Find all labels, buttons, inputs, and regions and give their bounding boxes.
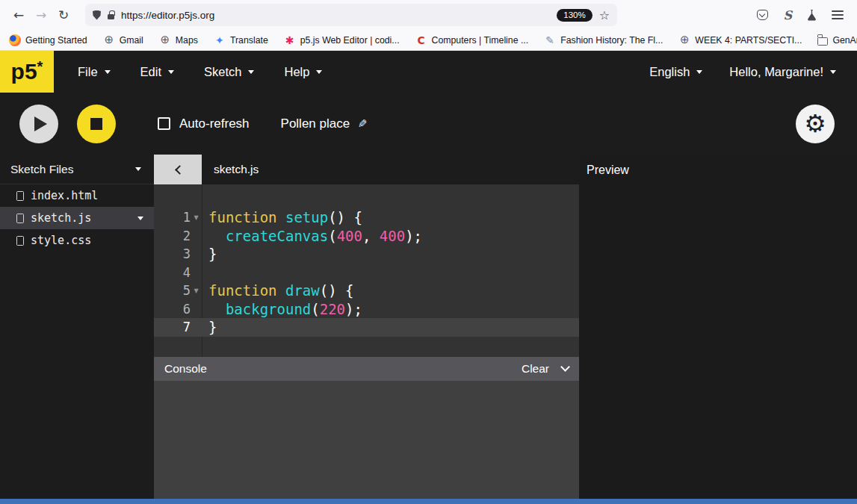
code-text: background(220);: [202, 301, 362, 317]
bookmark-item[interactable]: Translate: [214, 34, 268, 46]
pencil-fav-icon: [544, 34, 556, 46]
code-line[interactable]: 2 createCanvas(400, 400);: [154, 227, 579, 246]
screen: https://editor.p5js.org 130% Getting Sta…: [0, 0, 857, 504]
code-line[interactable]: 3}: [154, 245, 579, 264]
menu-file[interactable]: File: [78, 65, 111, 79]
play-icon: [34, 116, 47, 131]
menu-edit-label: Edit: [140, 65, 161, 79]
language-menu[interactable]: English: [649, 65, 702, 79]
bookmark-item[interactable]: Maps: [159, 34, 198, 46]
zoom-level-badge[interactable]: 130%: [557, 9, 592, 22]
file-item-index-html[interactable]: index.html: [0, 184, 154, 207]
tracking-shield-icon[interactable]: [93, 10, 101, 20]
play-button[interactable]: [19, 105, 58, 143]
sketch-name[interactable]: Pollen place: [281, 116, 350, 131]
bookmark-label: Maps: [176, 35, 198, 46]
collapse-sidebar-button[interactable]: [154, 155, 202, 184]
forward-button[interactable]: [30, 4, 52, 26]
menu-edit[interactable]: Edit: [140, 65, 174, 79]
browser-chrome: https://editor.p5js.org 130% Getting Sta…: [0, 0, 857, 51]
file-options-chevron-icon[interactable]: [137, 217, 143, 220]
code-text: }: [202, 246, 217, 262]
sketch-files-header[interactable]: Sketch Files: [0, 155, 154, 184]
chevron-down-icon: [830, 70, 836, 74]
account-menu[interactable]: Hello, Margarine!: [729, 65, 836, 79]
bookmark-label: Computers | Timeline ...: [432, 35, 529, 46]
chevron-down-icon: [696, 70, 702, 74]
code-line[interactable]: 7}: [154, 318, 579, 337]
console-title: Console: [164, 362, 207, 376]
console-actions: Clear: [522, 362, 569, 376]
user-greeting: Hello, Margarine!: [729, 65, 823, 79]
menu-icon[interactable]: [832, 10, 844, 19]
main-area: Sketch Files index.html sketch.js style.…: [0, 155, 857, 499]
console-header: Console Clear: [154, 357, 579, 381]
browser-toolbar-icons: [757, 8, 850, 22]
file-icon: [16, 214, 24, 223]
folder-icon: [817, 37, 828, 46]
code-text: function draw() {: [202, 282, 354, 299]
gutter: 3: [154, 246, 202, 261]
editor-column: sketch.js 1function setup() {2 createCan…: [154, 155, 579, 499]
line-number: 2: [183, 228, 191, 243]
bookmark-item[interactable]: GenArt: [817, 35, 857, 46]
menu-sketch[interactable]: Sketch: [204, 65, 254, 79]
bookmark-label: Fashion History: The Fl...: [560, 35, 663, 46]
line-number: 1: [183, 210, 191, 225]
tab-sketch-js[interactable]: sketch.js: [214, 163, 259, 176]
rename-pencil-icon[interactable]: [358, 117, 368, 131]
code-line[interactable]: 4: [154, 264, 579, 282]
menu-help[interactable]: Help: [284, 65, 322, 79]
file-item-style-css[interactable]: style.css: [0, 229, 154, 252]
chevron-down-icon: [105, 70, 111, 74]
menu-items: File Edit Sketch Help: [78, 65, 322, 79]
console-collapse-chevron-icon[interactable]: [560, 362, 570, 372]
code-editor[interactable]: 1function setup() {2 createCanvas(400, 4…: [154, 184, 579, 357]
code-line[interactable]: 5function draw() {: [154, 281, 579, 300]
globe-icon: [678, 34, 690, 46]
p5-logo-text: p5: [11, 59, 37, 84]
tab-bar: sketch.js: [154, 155, 579, 184]
bookmarks-bar: Getting StartedGmailMapsTranslatep5.js W…: [0, 30, 857, 51]
refresh-button[interactable]: [52, 4, 75, 26]
p5-toolbar: Auto-refresh Pollen place: [0, 93, 857, 155]
bookmark-item[interactable]: Computers | Timeline ...: [415, 34, 529, 46]
gutter: 4: [154, 265, 202, 280]
stop-button[interactable]: [77, 105, 116, 143]
auto-refresh-checkbox[interactable]: [158, 117, 170, 130]
gutter: 6: [154, 302, 202, 317]
bookmark-item[interactable]: WEEK 4: PARTS/SECTI...: [678, 34, 802, 46]
url-bar[interactable]: https://editor.p5js.org 130%: [85, 4, 617, 26]
extension-flask-icon[interactable]: [807, 10, 817, 21]
settings-button[interactable]: [796, 105, 835, 143]
file-name: sketch.js: [31, 211, 91, 225]
p5-logo[interactable]: p5*: [0, 51, 54, 93]
bookmark-star-icon[interactable]: [599, 8, 610, 22]
bookmark-item[interactable]: Getting Started: [9, 34, 87, 46]
console-clear-button[interactable]: Clear: [522, 362, 549, 376]
lock-icon[interactable]: [108, 14, 114, 19]
gutter: 1: [154, 210, 202, 225]
line-number: 7: [183, 320, 191, 335]
code-text: }: [202, 319, 217, 335]
bookmark-item[interactable]: p5.js Web Editor | codi...: [284, 34, 400, 46]
chevron-down-icon: [248, 70, 254, 74]
fold-arrow-icon[interactable]: [191, 214, 202, 221]
file-item-sketch-js[interactable]: sketch.js: [0, 207, 154, 229]
bookmark-item[interactable]: Fashion History: The Fl...: [544, 34, 663, 46]
c-letter-icon: [415, 34, 427, 46]
pocket-icon[interactable]: [757, 10, 768, 20]
bookmark-item[interactable]: Gmail: [103, 34, 143, 46]
back-button[interactable]: [7, 4, 30, 26]
gutter: 5: [154, 283, 202, 298]
fold-arrow-icon[interactable]: [191, 287, 202, 294]
s-extension-icon[interactable]: [783, 8, 792, 22]
url-text[interactable]: https://editor.p5js.org: [121, 10, 550, 21]
console-output: [154, 381, 579, 499]
firefox-icon: [9, 34, 21, 46]
line-number: 5: [183, 283, 191, 298]
code-lines: 1function setup() {2 createCanvas(400, 4…: [154, 208, 579, 337]
code-line[interactable]: 1function setup() {: [154, 208, 579, 227]
code-line[interactable]: 6 background(220);: [154, 300, 579, 319]
gear-icon: [804, 111, 826, 136]
